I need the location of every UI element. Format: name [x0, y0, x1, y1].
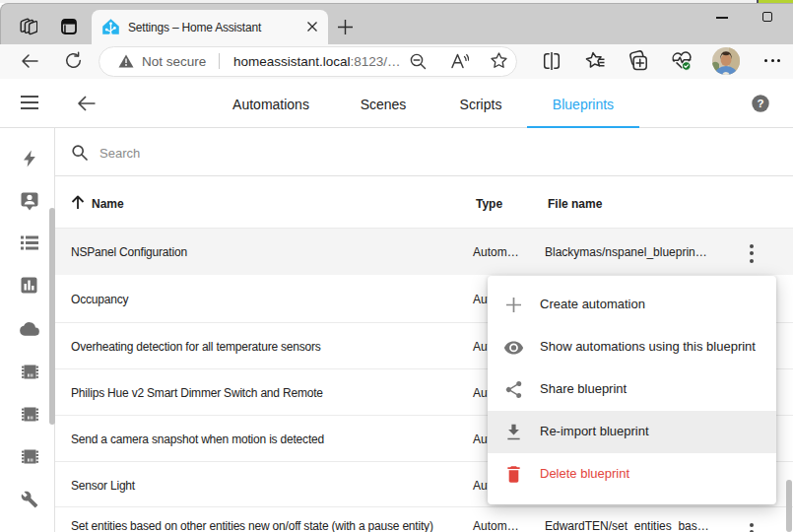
svg-text:?: ?: [757, 98, 763, 109]
